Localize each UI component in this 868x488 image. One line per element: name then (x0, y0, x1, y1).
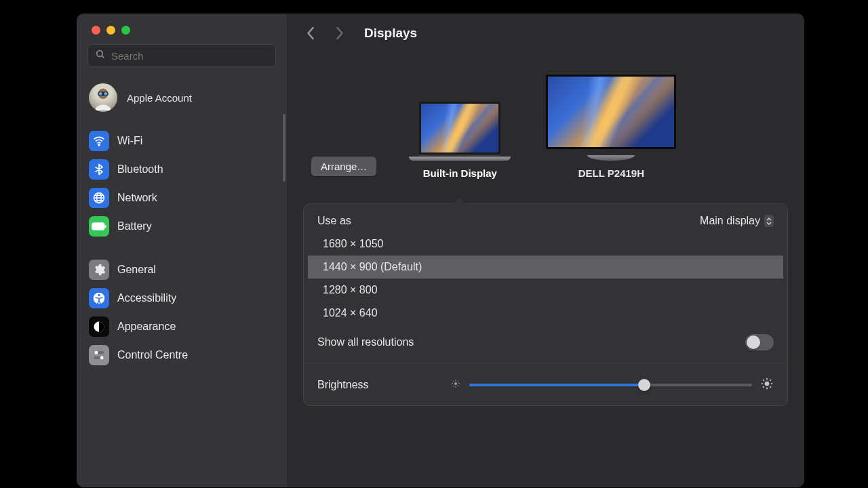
display-external-label: DELL P2419H (578, 167, 644, 179)
use-as-row: Use as Main display (304, 204, 787, 230)
window-controls (77, 14, 287, 35)
use-as-label: Use as (317, 215, 351, 227)
use-as-dropdown[interactable]: Main display (700, 215, 774, 227)
sidebar-item-label: Bluetooth (117, 163, 163, 176)
brightness-min-icon (450, 378, 461, 392)
content-pane: Displays Arrange… Built-in Display DELL … (287, 14, 804, 487)
bluetooth-icon (89, 159, 109, 180)
topbar: Displays (287, 14, 804, 47)
resolution-option[interactable]: 1440 × 900 (Default) (308, 256, 783, 279)
brightness-label: Brightness (317, 379, 369, 391)
contrast-icon (89, 317, 109, 337)
sidebar-item-bluetooth[interactable]: Bluetooth (83, 155, 280, 184)
close-window-button[interactable] (92, 26, 100, 35)
gear-icon (89, 260, 109, 280)
sidebar-item-label: Wi-Fi (117, 135, 142, 147)
svg-line-33 (763, 380, 764, 381)
use-as-value: Main display (700, 215, 760, 227)
sidebar-scrollbar[interactable] (283, 114, 285, 182)
forward-button[interactable] (332, 24, 347, 42)
show-all-resolutions-row: Show all resolutions (304, 330, 787, 360)
sidebar-item-wi-fi[interactable]: Wi-Fi (83, 127, 280, 155)
resolution-list: 1680 × 10501440 × 900 (Default)1280 × 80… (304, 230, 787, 330)
sidebar-item-general[interactable]: General (83, 256, 280, 284)
resolution-option[interactable]: 1280 × 800 (308, 279, 783, 302)
sidebar-item-control-centre[interactable]: Control Centre (83, 341, 280, 369)
svg-line-26 (452, 386, 453, 386)
avatar (89, 83, 117, 112)
search-input[interactable] (111, 50, 269, 62)
access-icon (89, 288, 109, 308)
sidebar-item-appearance[interactable]: Appearance (83, 312, 280, 341)
sidebar-nav: Wi-FiBluetoothNetworkBattery GeneralAcce… (77, 123, 287, 384)
svg-rect-10 (92, 223, 104, 230)
svg-line-24 (452, 381, 453, 382)
globe-icon (89, 188, 109, 208)
svg-point-4 (98, 92, 102, 96)
sidebar-item-network[interactable]: Network (83, 184, 280, 212)
minimize-window-button[interactable] (106, 26, 115, 35)
brightness-slider[interactable] (469, 384, 752, 386)
sidebar-item-battery[interactable]: Battery (83, 212, 280, 241)
divider (304, 363, 787, 363)
laptop-icon (409, 102, 511, 161)
battery-icon (89, 216, 109, 237)
svg-line-27 (457, 381, 458, 382)
svg-point-19 (454, 382, 457, 385)
svg-line-1 (102, 56, 104, 58)
svg-point-5 (104, 92, 108, 96)
sidebar-item-label: Appearance (117, 321, 176, 333)
displays-row: Arrange… Built-in Display DELL P2419H (287, 47, 804, 192)
display-builtin[interactable]: Built-in Display (409, 102, 511, 179)
svg-rect-11 (104, 225, 106, 228)
display-builtin-label: Built-in Display (423, 167, 497, 179)
search-icon (95, 49, 106, 62)
brightness-row: Brightness (304, 366, 787, 405)
svg-point-13 (98, 294, 100, 296)
sidebar-item-accessibility[interactable]: Accessibility (83, 284, 280, 312)
sidebar-item-label: Control Centre (117, 349, 188, 361)
resolution-option[interactable]: 1680 × 1050 (308, 232, 783, 256)
svg-line-25 (457, 386, 458, 386)
resolution-option[interactable]: 1024 × 640 (308, 302, 783, 325)
show-all-resolutions-label: Show all resolutions (317, 336, 414, 348)
svg-point-0 (97, 51, 103, 57)
svg-point-18 (101, 357, 103, 359)
fullscreen-window-button[interactable] (121, 26, 130, 35)
search-field[interactable] (87, 44, 276, 67)
svg-line-36 (770, 380, 771, 381)
svg-point-28 (765, 382, 770, 386)
svg-line-34 (770, 386, 771, 388)
display-external[interactable]: DELL P2419H (543, 75, 679, 179)
settings-window: Apple Account Wi-FiBluetoothNetworkBatte… (76, 13, 805, 488)
show-all-resolutions-toggle[interactable] (745, 334, 774, 350)
svg-point-16 (95, 352, 97, 354)
monitor-icon (543, 75, 679, 161)
back-button[interactable] (303, 24, 318, 42)
apple-account-row[interactable]: Apple Account (77, 73, 287, 123)
arrange-button[interactable]: Arrange… (311, 157, 376, 176)
sidebar: Apple Account Wi-FiBluetoothNetworkBatte… (77, 14, 287, 487)
svg-line-35 (763, 386, 764, 388)
account-label: Apple Account (127, 92, 192, 104)
sidebar-item-label: General (117, 264, 156, 276)
sidebar-item-label: Network (117, 192, 157, 204)
display-settings-panel: Use as Main display 1680 × 10501440 × 90… (303, 203, 788, 406)
brightness-max-icon (760, 377, 774, 393)
switches-icon (89, 345, 109, 365)
sidebar-item-label: Battery (117, 220, 152, 232)
chevron-updown-icon (764, 215, 774, 227)
sidebar-item-label: Accessibility (117, 292, 176, 304)
wifi-icon (89, 131, 109, 151)
page-title: Displays (364, 26, 417, 41)
svg-point-6 (98, 144, 100, 146)
